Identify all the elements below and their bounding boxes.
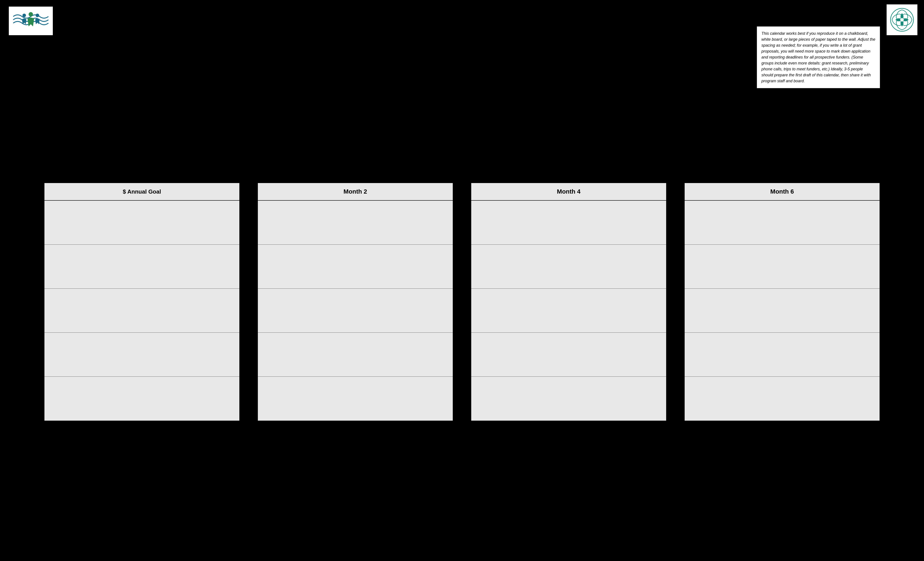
table-row (685, 201, 879, 244)
svg-point-3 (36, 14, 39, 17)
table-row (45, 376, 239, 421)
table-row (45, 333, 239, 376)
info-text: This calendar works best if you reproduc… (761, 31, 875, 84)
table-row (258, 376, 453, 421)
table-row (258, 201, 453, 244)
table-row (258, 244, 453, 289)
column-month6-header: Month 6 (685, 183, 879, 201)
table-row (471, 333, 666, 376)
table-row (685, 289, 879, 333)
table-row (685, 244, 879, 289)
column-month2-header: Month 2 (258, 183, 453, 201)
table-row (258, 333, 453, 376)
column-month2: Month 2 (257, 183, 453, 421)
column-month6: Month 6 (684, 183, 880, 421)
svg-point-1 (28, 12, 33, 16)
column-annual: $ Annual Goal (44, 183, 240, 421)
svg-rect-4 (889, 7, 915, 33)
table-row (45, 201, 239, 244)
table-row (471, 244, 666, 289)
table-row (471, 376, 666, 421)
table-row (258, 289, 453, 333)
info-box: This calendar works best if you reproduc… (757, 26, 880, 88)
logo-left (9, 7, 53, 35)
table-row (45, 244, 239, 289)
column-annual-header: $ Annual Goal (45, 183, 239, 201)
table-row (685, 376, 879, 421)
svg-point-2 (22, 14, 26, 17)
table-row (45, 289, 239, 333)
table-row (471, 289, 666, 333)
table-row (685, 333, 879, 376)
column-month4: Month 4 (471, 183, 667, 421)
grid-area: $ Annual Goal Month 2 Month 4 Month 6 (44, 183, 880, 421)
column-month4-header: Month 4 (471, 183, 666, 201)
table-row (471, 201, 666, 244)
logo-right (886, 4, 917, 35)
